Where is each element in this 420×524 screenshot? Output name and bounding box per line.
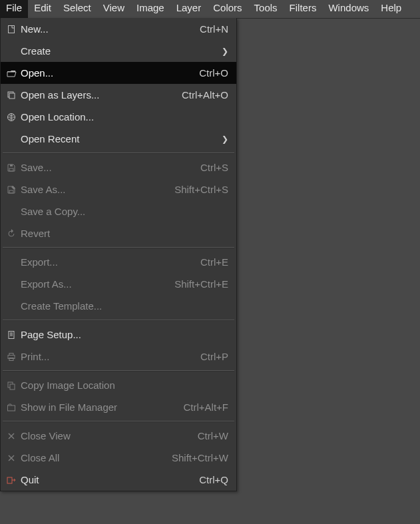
svg-rect-5 [10, 164, 13, 166]
menu-item-accelerator: Ctrl+E [200, 256, 228, 268]
menu-item-export: Export...Ctrl+E [1, 251, 236, 273]
menu-item-accelerator: Ctrl+Alt+O [182, 89, 228, 101]
menu-item-label: Close View [18, 430, 71, 441]
copy-icon [5, 381, 18, 390]
menu-item-accelerator: Ctrl+W [198, 430, 228, 441]
print-icon [5, 352, 18, 362]
menu-item-accelerator: Shift+Ctrl+S [174, 184, 228, 195]
menu-item-show-in-file-manager: Show in File ManagerCtrl+Alt+F [1, 396, 236, 418]
svg-rect-15 [10, 384, 15, 390]
menu-item-create[interactable]: Create❯ [1, 40, 236, 62]
menu-item-accelerator: Ctrl+Alt+F [183, 401, 228, 413]
menu-item-save-as: Save As...Shift+Ctrl+S [1, 178, 236, 200]
menu-item-label: Quit [18, 474, 39, 485]
menu-item-accelerator: Shift+Ctrl+E [174, 278, 228, 290]
menu-item-save-a-copy: Save a Copy... [1, 200, 236, 222]
menubar-item-colors[interactable]: Colors [207, 0, 248, 18]
svg-rect-0 [9, 25, 15, 33]
menu-item-accelerator: Ctrl+O [199, 67, 228, 79]
menu-item-close-view: Close ViewCtrl+W [1, 425, 236, 447]
menu-separator [3, 247, 234, 248]
menu-item-print: Print...Ctrl+P [1, 346, 236, 368]
menu-item-label: Create [18, 45, 51, 57]
menu-item-open-as-layers[interactable]: Open as Layers...Ctrl+Alt+O [1, 84, 236, 106]
menubar-item-edit[interactable]: Edit [28, 0, 57, 18]
menu-item-accelerator: Ctrl+N [200, 23, 228, 35]
submenu-arrow-icon: ❯ [219, 47, 228, 56]
globe-icon [5, 113, 18, 122]
menubar-item-view[interactable]: View [97, 0, 130, 18]
save-icon [5, 163, 18, 172]
menu-item-label: Revert [18, 228, 50, 239]
menu-item-new[interactable]: New...Ctrl+N [1, 18, 236, 40]
menu-item-label: Copy Image Location [18, 380, 115, 391]
menu-item-label: New... [18, 23, 49, 35]
menu-item-label: Export... [18, 256, 58, 268]
menubar-item-help[interactable]: Help [375, 0, 407, 18]
menu-item-accelerator: Shift+Ctrl+W [172, 452, 228, 463]
menu-item-label: Show in File Manager [18, 401, 117, 413]
menu-separator [3, 152, 234, 154]
file-new-icon [5, 25, 18, 34]
menubar-item-tools[interactable]: Tools [248, 0, 284, 18]
file-manager-icon [5, 403, 18, 412]
menu-separator [3, 370, 234, 372]
layers-icon [5, 91, 18, 100]
menu-item-label: Print... [18, 351, 49, 362]
menu-separator [3, 421, 234, 422]
menu-item-create-template: Create Template... [1, 295, 236, 317]
menubar-item-select[interactable]: Select [57, 0, 97, 18]
menu-item-copy-image-location: Copy Image Location [1, 374, 236, 396]
menu-item-label: Open Recent [18, 133, 79, 144]
svg-rect-21 [7, 477, 12, 483]
menu-item-label: Save... [18, 162, 52, 173]
menu-item-label: Page Setup... [18, 329, 81, 340]
menu-item-label: Open... [18, 67, 53, 79]
menu-item-label: Save As... [18, 184, 66, 195]
menu-item-accelerator: Ctrl+Q [199, 474, 228, 485]
menu-item-open-location[interactable]: Open Location... [1, 106, 236, 128]
page-setup-icon [5, 330, 18, 340]
revert-icon [5, 229, 18, 238]
svg-rect-2 [9, 93, 15, 99]
menu-item-label: Open Location... [18, 111, 94, 123]
menu-item-export-as: Export As...Shift+Ctrl+E [1, 273, 236, 295]
menu-item-label: Save a Copy... [18, 206, 85, 217]
menubar-item-windows[interactable]: Windows [322, 0, 375, 18]
menubar: FileEditSelectViewImageLayerColorsToolsF… [0, 0, 420, 19]
save-as-icon [5, 185, 18, 194]
menu-item-page-setup[interactable]: Page Setup... [1, 324, 236, 346]
menu-item-open[interactable]: Open...Ctrl+O [1, 62, 236, 84]
menubar-item-layer[interactable]: Layer [170, 0, 208, 18]
menu-item-label: Export As... [18, 278, 72, 290]
menubar-item-file[interactable]: File [0, 0, 28, 18]
menu-item-close-all: Close AllShift+Ctrl+W [1, 447, 236, 469]
menu-item-accelerator: Ctrl+S [200, 162, 228, 173]
menu-item-revert: Revert [1, 222, 236, 244]
svg-rect-6 [9, 190, 13, 193]
svg-rect-16 [8, 405, 15, 411]
svg-rect-4 [9, 168, 13, 171]
close-icon [5, 454, 18, 462]
menubar-item-filters[interactable]: Filters [284, 0, 323, 18]
menu-item-open-recent[interactable]: Open Recent❯ [1, 128, 236, 150]
menu-item-accelerator: Ctrl+P [200, 351, 228, 362]
folder-open-icon [5, 69, 18, 77]
menu-item-label: Close All [18, 452, 59, 463]
menu-separator [3, 320, 234, 321]
close-icon [5, 432, 18, 440]
menu-item-label: Create Template... [18, 300, 102, 312]
menubar-item-image[interactable]: Image [130, 0, 170, 18]
file-menu-dropdown: New...Ctrl+NCreate❯Open...Ctrl+OOpen as … [0, 18, 237, 491]
menu-item-save: Save...Ctrl+S [1, 156, 236, 178]
menu-item-quit[interactable]: QuitCtrl+Q [1, 469, 236, 491]
menu-item-label: Open as Layers... [18, 89, 99, 101]
svg-rect-7 [9, 331, 14, 338]
quit-icon [5, 475, 18, 485]
submenu-arrow-icon: ❯ [219, 134, 228, 144]
